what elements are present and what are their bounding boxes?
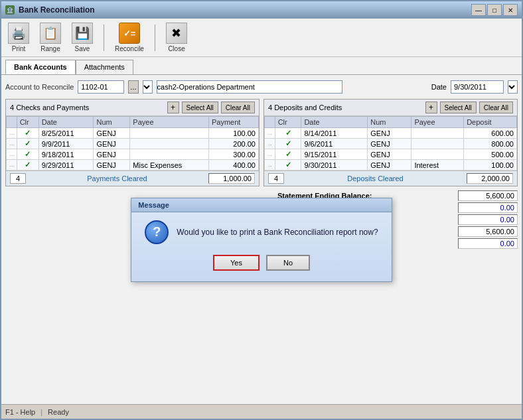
title-buttons: — □ ✕	[471, 4, 518, 16]
status-ready: Ready	[48, 408, 69, 416]
yes-button[interactable]: Yes	[213, 255, 260, 271]
tab-bank-accounts[interactable]: Bank Accounts	[5, 60, 76, 74]
reconcile-button[interactable]: ✓= Reconcile	[112, 21, 147, 54]
range-button[interactable]: 📋 Range	[37, 21, 64, 54]
print-button[interactable]: 🖨️ Print	[5, 21, 32, 54]
save-icon: 💾	[72, 23, 93, 44]
close-toolbar-button[interactable]: ✖ Close	[163, 21, 190, 54]
modal-buttons: Yes No	[145, 255, 378, 271]
print-label: Print	[12, 45, 26, 52]
save-label: Save	[75, 45, 90, 52]
close-window-button[interactable]: ✕	[503, 4, 518, 16]
content-area: Account to Reconcile ... Date 4 Checks a…	[1, 75, 522, 404]
range-icon: 📋	[40, 23, 61, 44]
toolbar: 🖨️ Print 📋 Range 💾 Save ✓= Reconcile ✖ C…	[1, 19, 522, 57]
maximize-button[interactable]: □	[487, 4, 502, 16]
title-bar-left: 🏦 Bank Reconciliation	[5, 5, 95, 15]
tab-attachments[interactable]: Attachments	[76, 60, 133, 74]
help-link[interactable]: F1 - Help	[5, 408, 35, 416]
main-window: 🏦 Bank Reconciliation — □ ✕ 🖨️ Print 📋 R…	[0, 0, 523, 420]
window-title: Bank Reconciliation	[19, 5, 95, 15]
no-button[interactable]: No	[266, 255, 310, 271]
toolbar-separator2	[155, 25, 155, 51]
tab-bar: Bank Accounts Attachments	[1, 57, 522, 75]
modal-question-icon: ?	[145, 220, 169, 244]
modal-overlay: Message ? Would you like to print a Bank…	[1, 75, 522, 404]
print-icon: 🖨️	[8, 23, 29, 44]
status-separator: |	[40, 408, 42, 416]
message-dialog: Message ? Would you like to print a Bank…	[131, 198, 392, 282]
modal-title: Message	[131, 198, 391, 212]
save-button[interactable]: 💾 Save	[69, 21, 96, 54]
close-label: Close	[168, 45, 185, 52]
reconcile-label: Reconcile	[115, 45, 144, 52]
minimize-button[interactable]: —	[471, 4, 486, 16]
close-icon: ✖	[166, 23, 187, 44]
toolbar-separator	[104, 25, 104, 51]
status-bar: F1 - Help | Ready	[1, 404, 522, 419]
modal-message: Would you like to print a Bank Reconcili…	[177, 228, 378, 237]
reconcile-icon: ✓=	[119, 23, 140, 44]
title-bar: 🏦 Bank Reconciliation — □ ✕	[1, 1, 522, 19]
modal-body: ? Would you like to print a Bank Reconci…	[145, 220, 378, 244]
range-label: Range	[40, 45, 60, 52]
app-icon: 🏦	[5, 5, 15, 15]
